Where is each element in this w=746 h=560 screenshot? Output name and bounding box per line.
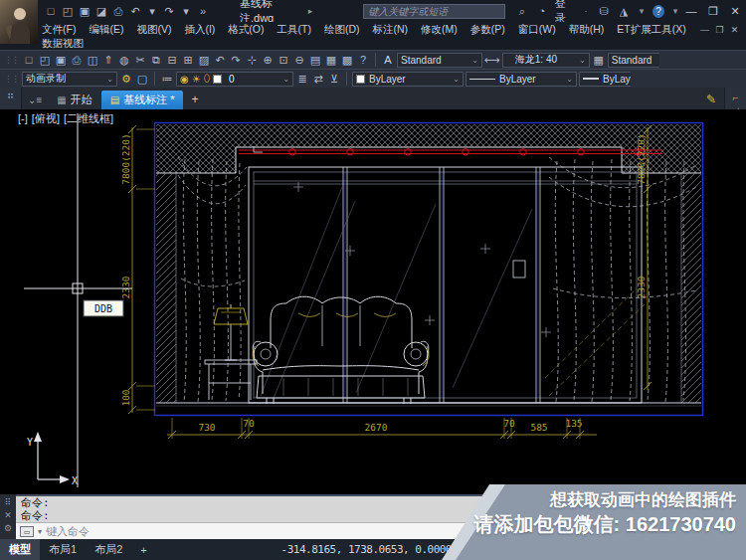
command-close-icon[interactable]: ✕: [4, 510, 12, 520]
minimize-button[interactable]: —: [680, 5, 702, 18]
save-icon[interactable]: ▣: [78, 5, 92, 18]
layer-previous-icon[interactable]: ⇄: [311, 73, 325, 86]
command-dropdown-icon[interactable]: ▾: [38, 527, 42, 536]
undo-icon[interactable]: ↶: [128, 5, 142, 18]
new-icon[interactable]: □: [22, 54, 36, 67]
new-tab-button[interactable]: +: [191, 93, 198, 106]
publish-icon[interactable]: ⇑: [101, 54, 115, 67]
user-avatar[interactable]: [0, 0, 38, 44]
menu-item[interactable]: 工具(T): [278, 23, 311, 37]
help-icon[interactable]: ?: [356, 54, 370, 67]
menu-item-data-view[interactable]: 数据视图: [0, 37, 746, 50]
layer-states-icon[interactable]: ≣: [295, 73, 309, 86]
table-style-combo[interactable]: Standard: [608, 53, 659, 68]
autodesk-tools-icon[interactable]: ◮: [617, 5, 631, 18]
animation-record-combo[interactable]: 动画录制⌄: [22, 72, 117, 87]
zoom-realtime-icon[interactable]: ⊕: [261, 54, 275, 67]
tab-start[interactable]: ▦ 开始: [48, 91, 100, 109]
undo-dropdown-icon[interactable]: ▾: [145, 5, 159, 18]
layout2-tab[interactable]: 布局2: [86, 539, 131, 560]
app-store-cart-icon[interactable]: ⛁: [597, 5, 611, 18]
command-customize-icon[interactable]: ⚙: [4, 523, 12, 533]
tab-drawing-active[interactable]: ▤ 基线标注 *: [101, 91, 184, 109]
redo-icon[interactable]: ↷: [162, 5, 176, 18]
redo-icon[interactable]: ↷: [229, 54, 243, 67]
user-icon[interactable]: ◔: [535, 5, 549, 17]
model-tab[interactable]: 模型: [0, 539, 40, 560]
menu-item[interactable]: 修改(M): [421, 23, 458, 37]
layer-combo[interactable]: ◉ ☀ ⬯ 0 ⌄: [176, 72, 293, 87]
tab-overflow-menu-icon[interactable]: ⌄≡: [28, 94, 42, 105]
layer-thaw-sun-icon[interactable]: ☀: [192, 74, 201, 85]
copy-base-icon[interactable]: ⊞: [181, 54, 195, 67]
snap-from-icon[interactable]: ⌐: [727, 91, 744, 105]
print-icon[interactable]: ⎙: [70, 54, 84, 67]
screen-capture-icon[interactable]: ▢: [135, 73, 149, 86]
calculator-icon[interactable]: ▩: [340, 54, 354, 67]
command-grip-icon[interactable]: ⠿: [5, 497, 12, 507]
model-space-button[interactable]: 模型: [456, 539, 489, 560]
color-combo[interactable]: ByLayer⌄: [352, 72, 464, 87]
table-style-icon[interactable]: ▦: [592, 54, 606, 67]
pencil-icon[interactable]: ✎: [706, 93, 716, 106]
new-icon[interactable]: □: [44, 5, 58, 17]
paste-icon[interactable]: ⊟: [165, 54, 179, 67]
more-commands-icon[interactable]: »: [196, 5, 210, 17]
pan-icon[interactable]: ⊹: [245, 54, 259, 67]
exchange-icon[interactable]: ⌕: [515, 5, 529, 18]
menu-item[interactable]: 文件(F): [42, 23, 76, 37]
layer-isolate-icon[interactable]: ⊻: [327, 73, 341, 86]
viewport-minimize-control[interactable]: [-]: [18, 112, 28, 124]
linetype-combo[interactable]: ByLayer⌄: [466, 72, 577, 87]
grips-icon[interactable]: ⠛: [2, 91, 19, 105]
text-style-combo[interactable]: Standard⌄: [397, 53, 482, 68]
text-style-icon[interactable]: A: [381, 54, 395, 66]
dim-style-combo[interactable]: 海龙1: 40⌄: [502, 53, 590, 68]
menu-item[interactable]: 编辑(E): [89, 23, 123, 37]
undo-icon[interactable]: ↶: [213, 54, 227, 67]
open-icon[interactable]: ◰: [61, 5, 75, 18]
viewport-visual-style-control[interactable]: [二维线框]: [64, 112, 113, 124]
lineweight-combo[interactable]: ByLayer: [579, 72, 631, 87]
viewport-view-control[interactable]: [俯视]: [32, 112, 60, 124]
gear-icon[interactable]: ⚙: [119, 73, 133, 86]
open-icon[interactable]: ◰: [38, 54, 52, 67]
toolbar-grip[interactable]: ⋮⋮: [4, 55, 18, 65]
menu-item[interactable]: 插入(I): [184, 23, 215, 37]
restore-button[interactable]: ❐: [702, 5, 724, 18]
search-input[interactable]: 键入关键字或短语: [363, 4, 505, 19]
menu-item[interactable]: 窗口(W): [518, 23, 556, 37]
cut-icon[interactable]: ✂: [133, 54, 147, 67]
menu-item[interactable]: 帮助(H): [569, 23, 605, 37]
match-properties-icon[interactable]: ▨: [197, 54, 211, 67]
menu-item[interactable]: 格式(O): [228, 23, 264, 37]
menu-item[interactable]: 标注(N): [373, 23, 409, 37]
close-button[interactable]: ✕: [724, 5, 746, 18]
help-icon[interactable]: ?: [653, 5, 664, 18]
dropdown-icon[interactable]: ·: [581, 6, 591, 16]
dim-style-icon[interactable]: ⟷: [484, 54, 500, 67]
web-icon[interactable]: ◍: [117, 54, 131, 67]
command-input[interactable]: ▭ ▾ 键入命令: [16, 522, 746, 539]
designcenter-icon[interactable]: ▦: [324, 54, 338, 67]
menu-item[interactable]: 参数(P): [470, 23, 505, 37]
print-icon[interactable]: ⎙: [111, 5, 125, 18]
save-as-icon[interactable]: ◪: [94, 5, 108, 18]
add-layout-button[interactable]: +: [131, 541, 155, 559]
layer-unlock-icon[interactable]: ⬯: [204, 73, 210, 85]
properties-icon[interactable]: ▤: [308, 54, 322, 67]
doc-minimize-button[interactable]: —: [697, 25, 712, 35]
zoom-previous-icon[interactable]: ⊖: [292, 54, 306, 67]
drawing-canvas[interactable]: [-] [俯视] [二维线框]: [0, 109, 746, 494]
print-preview-icon[interactable]: ◫: [86, 54, 99, 67]
command-history[interactable]: 命令: 命令:: [16, 496, 746, 522]
layer-on-bulb-icon[interactable]: ◉: [180, 74, 189, 85]
doc-close-button[interactable]: ✕: [727, 25, 742, 35]
save-icon[interactable]: ▣: [54, 54, 68, 67]
toolbar-grip[interactable]: ⋮⋮: [4, 74, 18, 84]
zoom-window-icon[interactable]: ⊡: [277, 54, 290, 67]
menu-item[interactable]: ET扩展工具(X): [617, 23, 685, 37]
tools-dropdown-icon[interactable]: ▾: [637, 6, 647, 16]
help-dropdown-icon[interactable]: ▾: [670, 6, 680, 16]
doc-restore-button[interactable]: ❐: [712, 25, 727, 35]
